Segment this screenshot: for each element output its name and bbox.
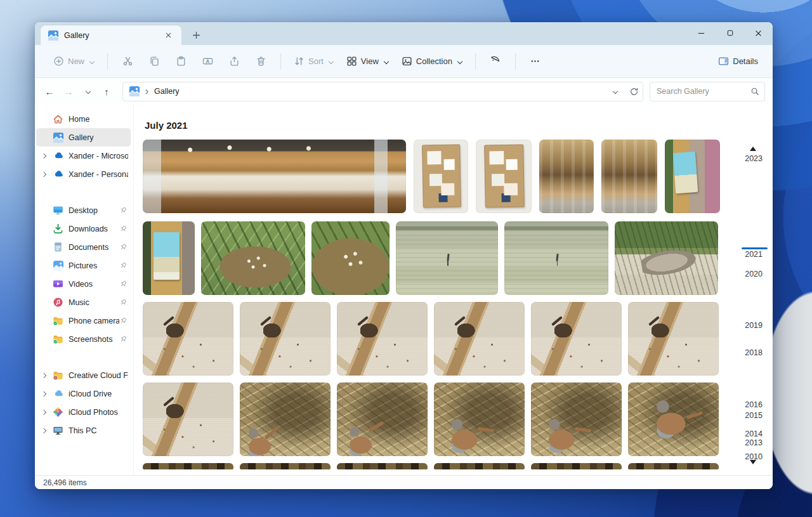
back-button[interactable]: ←: [40, 82, 59, 101]
paste-button[interactable]: [170, 51, 192, 72]
photo-bulletin-board[interactable]: [476, 140, 532, 213]
photo-sparrow-on-sand[interactable]: [628, 302, 719, 376]
sidebar-item-xander-microsoft[interactable]: Xander - Microsoft: [36, 147, 131, 165]
delete-button[interactable]: [250, 51, 272, 72]
photo-brush-strip[interactable]: [531, 463, 622, 469]
sidebar-item-xander-personal[interactable]: Xander - Personal: [36, 165, 131, 183]
photo-sparrow-in-brush-1[interactable]: [240, 383, 331, 456]
maximize-button[interactable]: [716, 22, 744, 44]
view-button[interactable]: View: [341, 51, 395, 71]
chevron-right-icon[interactable]: [40, 426, 49, 435]
photo-birds-poster-on-wall[interactable]: [665, 140, 720, 213]
search-icon: [750, 87, 759, 96]
sidebar-item-creative-cloud-files[interactable]: Creative Cloud Files: [36, 366, 131, 384]
photo-sparrow-on-sand[interactable]: [434, 302, 525, 376]
share-button[interactable]: [223, 51, 245, 72]
synced-folder-icon: [53, 334, 63, 344]
collection-button[interactable]: Collection: [396, 51, 468, 71]
photo-shop-window-interior[interactable]: [601, 140, 657, 213]
tab-close-icon[interactable]: [161, 29, 175, 43]
gallery-icon: [48, 30, 58, 41]
up-button[interactable]: ↑: [97, 82, 116, 101]
photo-sparrow-on-sand[interactable]: [143, 383, 233, 456]
refresh-button[interactable]: [629, 87, 639, 96]
photo-grass-nest-closeup[interactable]: [311, 221, 390, 295]
rename-button[interactable]: [197, 51, 218, 72]
see-more-button[interactable]: [525, 51, 546, 72]
timeline-year-2019[interactable]: 2019: [745, 320, 763, 330]
timeline-year-2020[interactable]: 2020: [745, 269, 763, 279]
photo-birds-poster-on-post[interactable]: [143, 221, 195, 295]
timeline-year-2015[interactable]: 2015: [745, 410, 763, 421]
sidebar-item-music[interactable]: Music: [36, 293, 131, 311]
sidebar-item-documents[interactable]: Documents: [36, 238, 131, 256]
photo-brush-strip[interactable]: [434, 463, 525, 469]
close-button[interactable]: [744, 22, 773, 44]
photo-sparrow-in-brush-2[interactable]: [337, 383, 428, 456]
sidebar-item-icloud-drive[interactable]: iCloud Drive: [36, 384, 131, 403]
toolbar-divider: [280, 53, 281, 70]
phone-photos-button[interactable]: [485, 51, 506, 72]
photo-brush-strip[interactable]: [628, 463, 719, 469]
sidebar-item-pictures[interactable]: Pictures: [36, 256, 131, 275]
timeline-year-2016[interactable]: 2016: [745, 400, 763, 410]
sidebar-section-gap: [36, 183, 131, 201]
sort-button[interactable]: Sort: [288, 51, 339, 71]
photo-sparrow-on-sand[interactable]: [531, 302, 622, 376]
photo-sparrow-on-sand[interactable]: [143, 302, 233, 376]
sidebar-item-home[interactable]: Home: [36, 110, 131, 128]
search-input[interactable]: [657, 87, 750, 96]
sidebar-item-screenshots[interactable]: Screenshots: [36, 330, 131, 348]
new-button[interactable]: New: [48, 51, 100, 71]
forward-button[interactable]: →: [59, 82, 78, 101]
sidebar-item-this-pc[interactable]: This PC: [36, 421, 131, 440]
photo-brush-strip[interactable]: [337, 463, 428, 469]
recent-locations-button[interactable]: [78, 82, 97, 101]
photo-marsh-wading-bird[interactable]: [504, 221, 608, 295]
sidebar-item-videos[interactable]: Videos: [36, 275, 131, 293]
minimize-button[interactable]: [687, 22, 716, 44]
chevron-right-icon[interactable]: [40, 152, 49, 160]
new-tab-button[interactable]: [187, 27, 206, 43]
photo-sparrow-in-brush-3[interactable]: [531, 383, 622, 456]
sidebar-item-gallery[interactable]: Gallery: [36, 128, 131, 147]
timeline-year-2021-current[interactable]: 2021: [745, 249, 763, 259]
tab-gallery[interactable]: Gallery: [41, 25, 181, 45]
timeline-year-2013[interactable]: 2013: [745, 438, 763, 448]
sidebar-item-icloud-photos[interactable]: iCloud Photos: [36, 403, 131, 421]
chevron-right-icon[interactable]: [40, 408, 49, 417]
icloud-photos-icon: [53, 407, 63, 417]
photo-bulletin-board[interactable]: [414, 140, 468, 213]
timeline-up-arrow[interactable]: [750, 147, 756, 151]
photo-sparrow-in-brush-4[interactable]: [628, 383, 719, 456]
timeline-year-2023[interactable]: 2023: [745, 154, 763, 164]
photo-sparrow-on-sand[interactable]: [240, 302, 331, 376]
photo-brush-strip[interactable]: [143, 463, 233, 469]
chevron-right-icon[interactable]: [40, 389, 49, 398]
chevron-right-icon[interactable]: [40, 170, 49, 179]
timeline-down-arrow[interactable]: [750, 460, 756, 464]
details-button[interactable]: Details: [712, 51, 764, 71]
photo-shop-window-interior[interactable]: [539, 140, 594, 213]
breadcrumb-item-gallery[interactable]: Gallery: [154, 87, 180, 96]
search-box[interactable]: [650, 82, 765, 101]
sidebar-item-desktop[interactable]: Desktop: [36, 201, 131, 219]
sidebar-item-phone-camera-rc[interactable]: Phone camera rc: [36, 311, 131, 330]
photo-marsh-wading-bird[interactable]: [396, 221, 498, 295]
photo-brush-strip[interactable]: [240, 463, 331, 469]
chevron-right-icon[interactable]: [40, 371, 49, 380]
cut-button[interactable]: [117, 51, 138, 72]
sidebar-item-downloads[interactable]: Downloads: [36, 219, 131, 238]
photo-grass-nest-wide[interactable]: [201, 221, 305, 295]
titlebar: Gallery: [35, 22, 773, 45]
sidebar-item-label: Screenshots: [69, 335, 119, 344]
photo-cafe-interior-panorama[interactable]: [143, 140, 406, 213]
photo-sparrow-in-brush-3[interactable]: [434, 383, 525, 456]
photo-driftwood-on-beach[interactable]: [615, 221, 718, 295]
copy-button[interactable]: [143, 51, 165, 72]
address-bar[interactable]: Gallery: [122, 82, 643, 101]
timeline-year-2018[interactable]: 2018: [745, 348, 763, 358]
address-dropdown-icon[interactable]: [613, 89, 618, 94]
sidebar-item-label: Xander - Microsoft: [69, 152, 128, 160]
photo-sparrow-on-sand[interactable]: [337, 302, 428, 376]
